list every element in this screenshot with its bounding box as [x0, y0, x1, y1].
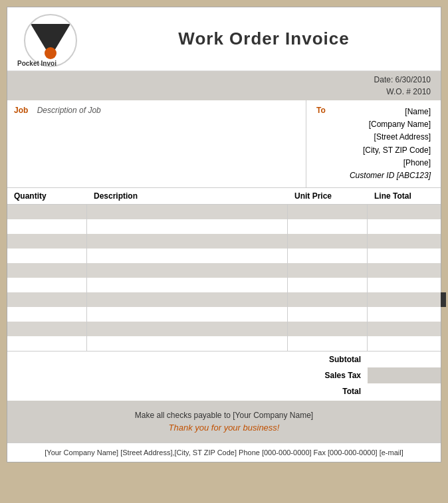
grand-total-value	[368, 383, 441, 399]
row-unit[interactable]	[288, 307, 368, 322]
grand-total-label: Total	[288, 387, 368, 396]
table-row	[7, 278, 441, 292]
row-total[interactable]	[368, 278, 441, 292]
customer-city: [City, ST ZIP Code]	[329, 144, 431, 157]
row-total[interactable]	[368, 219, 441, 234]
row-unit[interactable]	[288, 205, 368, 219]
customer-street: [Street Address]	[329, 131, 431, 144]
job-description: Description of Job	[37, 106, 101, 115]
row-desc[interactable]	[87, 234, 288, 249]
row-qty[interactable]	[7, 234, 87, 249]
invoice-title: Work Order Invoice	[97, 29, 431, 49]
row-unit[interactable]	[288, 322, 368, 336]
row-unit[interactable]	[288, 234, 368, 249]
row-total[interactable]	[368, 292, 441, 307]
col-header-line-total: Line Total	[368, 191, 441, 201]
row-total[interactable]	[368, 234, 441, 249]
subtotal-label: Subtotal	[288, 355, 368, 364]
customer-name: [Name]	[329, 106, 431, 118]
table-row	[7, 263, 441, 278]
row-qty[interactable]	[7, 292, 87, 307]
to-label: To	[316, 106, 326, 182]
row-qty[interactable]	[7, 263, 87, 278]
thank-you-text: Thank you for your business!	[14, 423, 434, 433]
scrollbar-indicator	[441, 292, 446, 307]
col-header-description: Description	[87, 191, 288, 201]
row-total[interactable]	[368, 322, 441, 336]
to-section: To [Name] [Company Name] [Street Address…	[306, 100, 441, 187]
totals-section: Subtotal Sales Tax Total	[7, 352, 441, 399]
checks-payable-text: Make all checks payable to [Your Company…	[14, 411, 434, 420]
grand-total-row: Total	[7, 383, 441, 399]
row-total[interactable]	[368, 263, 441, 278]
row-qty[interactable]	[7, 336, 87, 351]
subtotal-value	[368, 352, 441, 367]
row-qty[interactable]	[7, 322, 87, 336]
row-total[interactable]	[368, 336, 441, 351]
row-qty[interactable]	[7, 278, 87, 292]
row-desc[interactable]	[87, 263, 288, 278]
table-row	[7, 219, 441, 234]
row-unit[interactable]	[288, 292, 368, 307]
wo-label: W.O. # 2010	[17, 86, 431, 98]
row-desc[interactable]	[87, 205, 288, 219]
date-row: Date: 6/30/2010 W.O. # 2010	[7, 71, 441, 100]
line-items-container	[7, 205, 441, 352]
job-label: Job	[14, 106, 28, 115]
logo-text: Pocket Invoi	[17, 60, 56, 67]
table-row	[7, 234, 441, 249]
row-qty[interactable]	[7, 219, 87, 234]
row-unit[interactable]	[288, 336, 368, 351]
subtotal-row: Subtotal	[7, 352, 441, 367]
customer-info: [Name] [Company Name] [Street Address] […	[329, 106, 431, 182]
logo-dot-icon	[45, 47, 56, 59]
row-qty[interactable]	[7, 205, 87, 219]
row-unit[interactable]	[288, 249, 368, 263]
row-unit[interactable]	[288, 219, 368, 234]
row-total[interactable]	[368, 249, 441, 263]
table-row	[7, 205, 441, 219]
invoice-header: Pocket Invoi Work Order Invoice	[7, 7, 441, 71]
sales-tax-value	[368, 367, 441, 383]
table-row	[7, 322, 441, 336]
logo-inner	[31, 21, 70, 60]
job-section: Job Description of Job To [Name] [Compan…	[7, 100, 441, 188]
row-desc[interactable]	[87, 322, 288, 336]
row-desc[interactable]	[87, 292, 288, 307]
row-desc[interactable]	[87, 278, 288, 292]
row-total[interactable]	[368, 307, 441, 322]
footer-company-info: [Your Company Name] [Street Address],[Ci…	[7, 443, 441, 462]
row-desc[interactable]	[87, 307, 288, 322]
table-row	[7, 249, 441, 263]
col-header-unit-price: Unit Price	[288, 191, 368, 201]
date-label: Date: 6/30/2010	[17, 74, 431, 86]
customer-phone: [Phone]	[329, 157, 431, 169]
invoice-title-area: Work Order Invoice	[97, 29, 431, 49]
logo-circle	[24, 14, 77, 67]
logo-area: Pocket Invoi	[17, 14, 97, 64]
table-row	[7, 307, 441, 322]
row-desc[interactable]	[87, 219, 288, 234]
row-unit[interactable]	[288, 263, 368, 278]
row-total[interactable]	[368, 205, 441, 219]
table-row	[7, 292, 441, 307]
customer-id: Customer ID [ABC123]	[329, 169, 431, 182]
col-header-quantity: Quantity	[7, 191, 87, 201]
row-qty[interactable]	[7, 249, 87, 263]
row-qty[interactable]	[7, 307, 87, 322]
row-unit[interactable]	[288, 278, 368, 292]
sales-tax-row: Sales Tax	[7, 367, 441, 383]
row-desc[interactable]	[87, 336, 288, 351]
invoice-document: Pocket Invoi Work Order Invoice Date: 6/…	[7, 7, 441, 462]
customer-company: [Company Name]	[329, 118, 431, 131]
footer-note: Make all checks payable to [Your Company…	[7, 401, 441, 443]
job-left-panel: Job Description of Job	[7, 100, 306, 187]
row-desc[interactable]	[87, 249, 288, 263]
table-row	[7, 336, 441, 351]
sales-tax-label: Sales Tax	[288, 371, 368, 380]
table-header: Quantity Description Unit Price Line Tot…	[7, 188, 441, 205]
